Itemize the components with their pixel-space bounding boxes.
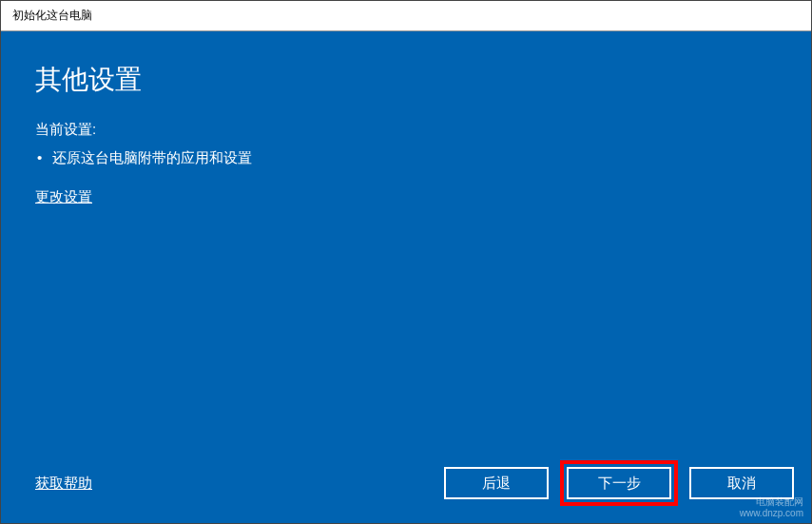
- change-settings-link[interactable]: 更改设置: [35, 188, 92, 206]
- watermark-line2: www.dnzp.com: [740, 508, 803, 519]
- content-area: 其他设置 当前设置: 还原这台电脑附带的应用和设置 更改设置 获取帮助 后退 下…: [1, 31, 811, 523]
- footer: 获取帮助 后退 下一步 取消: [35, 460, 794, 506]
- reset-pc-dialog: 初始化这台电脑 其他设置 当前设置: 还原这台电脑附带的应用和设置 更改设置 获…: [0, 0, 812, 524]
- next-button[interactable]: 下一步: [567, 467, 671, 499]
- cancel-button[interactable]: 取消: [689, 467, 794, 499]
- current-settings-label: 当前设置:: [35, 121, 777, 139]
- settings-list: 还原这台电脑附带的应用和设置: [35, 146, 777, 169]
- help-link[interactable]: 获取帮助: [35, 475, 92, 493]
- next-button-highlight: 下一步: [560, 460, 678, 506]
- back-button[interactable]: 后退: [444, 467, 549, 499]
- settings-item: 还原这台电脑附带的应用和设置: [35, 146, 777, 169]
- title-bar: 初始化这台电脑: [1, 1, 811, 31]
- watermark: 电脑装配网 www.dnzp.com: [740, 496, 803, 519]
- watermark-line1: 电脑装配网: [740, 496, 803, 508]
- window-title: 初始化这台电脑: [12, 8, 92, 24]
- page-heading: 其他设置: [35, 62, 777, 98]
